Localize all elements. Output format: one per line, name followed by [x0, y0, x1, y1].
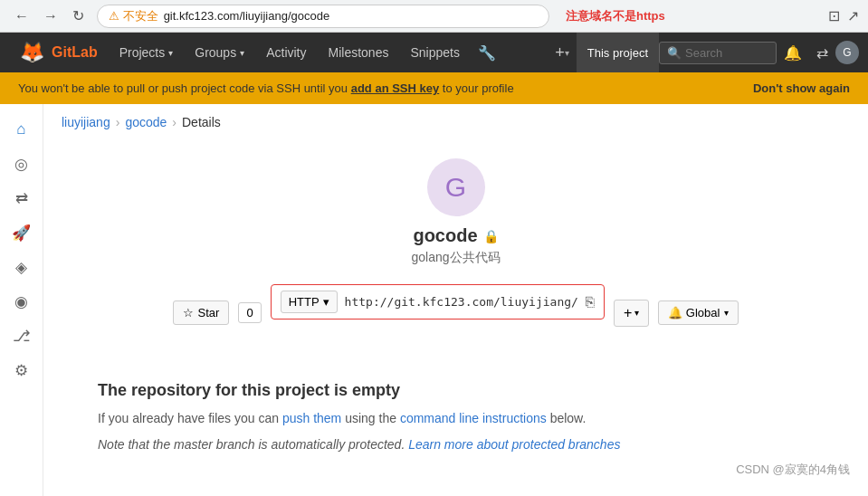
copy-icon: ⎘: [586, 294, 595, 310]
nav-wrench-button[interactable]: 🔧: [471, 33, 503, 72]
forward-button[interactable]: →: [38, 6, 63, 26]
wrench-icon: 🔧: [478, 44, 496, 62]
notifications-icon: 🔔: [784, 44, 802, 62]
plus-options-button[interactable]: + ▾: [614, 300, 649, 327]
nav-projects[interactable]: Projects ▾: [109, 33, 185, 72]
sidebar-item-deploy[interactable]: 🚀: [4, 216, 40, 249]
nav-search-bar[interactable]: 🔍: [659, 42, 777, 64]
gitlab-navbar: 🦊 GitLab Projects ▾ Groups ▾ Activity Mi…: [0, 33, 868, 72]
empty-repo-title: The repository for this project is empty: [98, 381, 814, 400]
copy-url-button[interactable]: ⎘: [586, 294, 595, 310]
ssh-banner-text: You won't be able to pull or push projec…: [18, 81, 514, 95]
lock-icon: 🔒: [483, 229, 499, 243]
plus-caret-icon: ▾: [634, 308, 639, 318]
notification-button[interactable]: 🔔 Global ▾: [658, 300, 739, 325]
project-area: G gocode 🔒 golang公共代码 ☆ Star 0 HTTP ▾: [43, 140, 868, 381]
nav-notifications-button[interactable]: 🔔: [777, 33, 809, 72]
clone-url: http://git.kfc123.com/liuyijiang/: [345, 295, 578, 309]
plus-icon: +: [555, 43, 565, 62]
project-description: golang公共代码: [411, 250, 500, 266]
browser-nav: ← → ↻: [9, 5, 90, 26]
breadcrumb-details: Details: [182, 115, 221, 129]
refresh-button[interactable]: ↻: [67, 5, 90, 26]
breadcrumb-liuyijiang[interactable]: liuyijiang: [62, 115, 110, 129]
project-title: gocode 🔒: [413, 225, 498, 246]
page-layout: ⌂ ◎ ⇄ 🚀 ◈ ◉ ⎇ ⚙ liuyijiang › gocode › De…: [0, 104, 868, 496]
empty-repo-section: The repository for this project is empty…: [43, 381, 868, 454]
gitlab-logo[interactable]: 🦊 GitLab: [9, 41, 109, 64]
browser-right-icons: ⊡ ↗: [828, 7, 859, 24]
https-warning: 注意域名不是https: [566, 8, 665, 24]
browser-icon-1[interactable]: ⊡: [828, 7, 840, 24]
protected-branches-link[interactable]: Learn more about protected branches: [408, 437, 620, 452]
command-line-link[interactable]: command line instructions: [400, 411, 547, 425]
gitlab-fox-icon: 🦊: [20, 41, 44, 64]
main-content: liuyijiang › gocode › Details G gocode 🔒…: [43, 104, 868, 496]
clone-protocol-button[interactable]: HTTP ▾: [281, 291, 338, 313]
plus-caret-icon: ▾: [565, 48, 569, 58]
empty-repo-para2: Note that the master branch is automatic…: [98, 435, 814, 454]
nav-milestones[interactable]: Milestones: [318, 33, 400, 72]
breadcrumb: liuyijiang › gocode › Details: [43, 104, 868, 140]
star-count: 0: [238, 302, 261, 323]
breadcrumb-gocode[interactable]: gocode: [125, 115, 167, 129]
ssh-warning-banner: You won't be able to pull or push projec…: [0, 72, 868, 104]
address-bar[interactable]: ⚠ 不安全 git.kfc123.com/liuyijiang/gocode: [97, 5, 549, 28]
clone-section: HTTP ▾ http://git.kfc123.com/liuyijiang/…: [271, 284, 605, 320]
nav-this-project[interactable]: This project: [577, 33, 659, 72]
sidebar-item-operations[interactable]: ◉: [4, 285, 40, 318]
user-avatar[interactable]: G: [835, 41, 859, 64]
breadcrumb-separator-1: ›: [116, 115, 120, 129]
star-button[interactable]: ☆ Star: [173, 300, 230, 325]
star-icon: ☆: [183, 306, 194, 320]
push-them-link[interactable]: push them: [282, 411, 341, 425]
breadcrumb-separator-2: ›: [172, 115, 176, 129]
gitlab-logo-text: GitLab: [52, 44, 98, 61]
sidebar-item-home[interactable]: ⌂: [4, 113, 40, 146]
search-input[interactable]: [685, 46, 767, 60]
search-icon: 🔍: [667, 46, 682, 60]
add-ssh-key-link[interactable]: add an SSH key: [351, 81, 440, 95]
nav-plus-group[interactable]: + ▾: [548, 33, 577, 72]
project-avatar: G: [427, 158, 485, 216]
sidebar-item-security[interactable]: ◈: [4, 251, 40, 283]
dont-show-again-button[interactable]: Don't show again: [735, 81, 850, 95]
left-sidebar: ⌂ ◎ ⇄ 🚀 ◈ ◉ ⎇ ⚙: [0, 104, 43, 496]
merge-icon: ⇄: [816, 44, 828, 62]
security-warning-icon: ⚠ 不安全: [109, 8, 158, 24]
nav-snippets[interactable]: Snippets: [399, 33, 470, 72]
groups-caret-icon: ▾: [240, 48, 244, 58]
protocol-caret-icon: ▾: [323, 295, 329, 309]
browser-icon-2[interactable]: ↗: [847, 7, 859, 24]
nav-activity[interactable]: Activity: [255, 33, 317, 72]
watermark: CSDN @寂寞的4角钱: [736, 462, 850, 478]
address-url: git.kfc123.com/liuyijiang/gocode: [164, 9, 330, 23]
nav-groups[interactable]: Groups ▾: [184, 33, 255, 72]
browser-chrome: ← → ↻ ⚠ 不安全 git.kfc123.com/liuyijiang/go…: [0, 0, 868, 33]
sidebar-item-branches[interactable]: ⎇: [4, 320, 40, 352]
notification-caret-icon: ▾: [724, 308, 729, 318]
back-button[interactable]: ←: [9, 6, 34, 26]
sidebar-item-merge-requests[interactable]: ⇄: [4, 182, 40, 215]
clone-row: ☆ Star 0 HTTP ▾ http://git.kfc123.com/li…: [139, 284, 773, 341]
sidebar-item-settings[interactable]: ⚙: [4, 354, 40, 386]
sidebar-item-issues[interactable]: ◎: [4, 148, 40, 180]
empty-repo-para1: If you already have files you can push t…: [98, 409, 814, 428]
projects-caret-icon: ▾: [168, 48, 173, 58]
nav-merge-button[interactable]: ⇄: [809, 33, 835, 72]
